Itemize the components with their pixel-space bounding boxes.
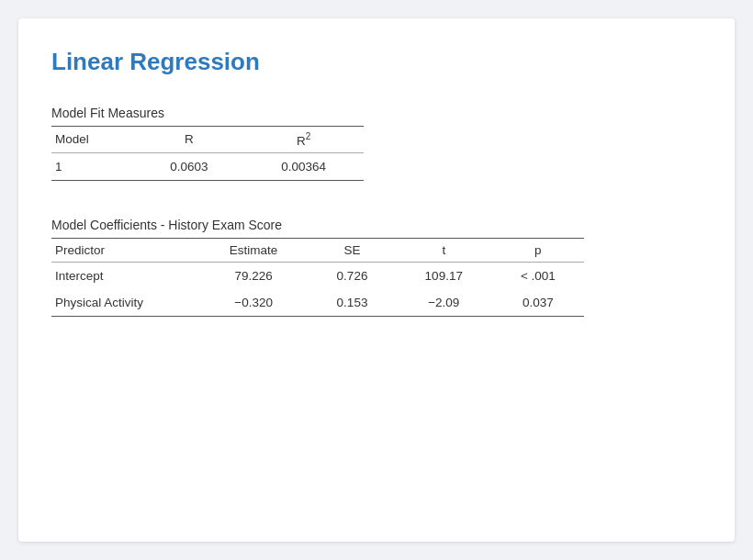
- fit-table-footer: [51, 180, 364, 183]
- coeff-intercept-label: Intercept: [51, 262, 198, 289]
- model-fit-section: Model Fit Measures Model R R2 1 0.0603 0…: [51, 106, 702, 183]
- coeff-col-estimate: Estimate: [198, 238, 309, 262]
- model-fit-title: Model Fit Measures: [51, 106, 702, 120]
- fit-col-model: Model: [51, 127, 134, 153]
- coeff-col-se: SE: [309, 238, 396, 262]
- coeff-intercept-p: < .001: [492, 262, 584, 289]
- table-row: Intercept 79.226 0.726 109.17 < .001: [51, 262, 584, 289]
- coeff-col-p: p: [492, 238, 584, 262]
- coeff-intercept-estimate: 79.226: [198, 262, 309, 289]
- model-fit-table: Model R R2 1 0.0603 0.00364: [51, 126, 364, 183]
- coeff-table-footer: [51, 316, 584, 319]
- coeff-physact-estimate: −0.320: [198, 289, 309, 317]
- model-coeff-section: Model Coefficients - History Exam Score …: [51, 218, 702, 319]
- coeff-physact-se: 0.153: [309, 289, 396, 317]
- model-coeff-title: Model Coefficients - History Exam Score: [51, 218, 702, 232]
- fit-col-r: R: [134, 127, 243, 153]
- coeff-physact-t: −2.09: [396, 289, 492, 317]
- fit-cell-model: 1: [51, 152, 134, 180]
- coeff-col-predictor: Predictor: [51, 238, 198, 262]
- main-card: Linear Regression Model Fit Measures Mod…: [18, 18, 735, 542]
- fit-cell-r: 0.0603: [134, 152, 243, 180]
- coeff-physact-p: 0.037: [492, 289, 584, 317]
- fit-col-r2: R2: [243, 127, 364, 153]
- coeff-intercept-t: 109.17: [396, 262, 492, 289]
- coeff-intercept-se: 0.726: [309, 262, 396, 289]
- coeff-col-t: t: [396, 238, 492, 262]
- coeff-physact-label: Physical Activity: [51, 289, 198, 317]
- model-coeff-table: Predictor Estimate SE t p Intercept 79.2…: [51, 238, 584, 319]
- page-title: Linear Regression: [51, 48, 702, 76]
- table-row: 1 0.0603 0.00364: [51, 152, 364, 180]
- fit-cell-r2: 0.00364: [243, 152, 364, 180]
- table-row: Physical Activity −0.320 0.153 −2.09 0.0…: [51, 289, 584, 317]
